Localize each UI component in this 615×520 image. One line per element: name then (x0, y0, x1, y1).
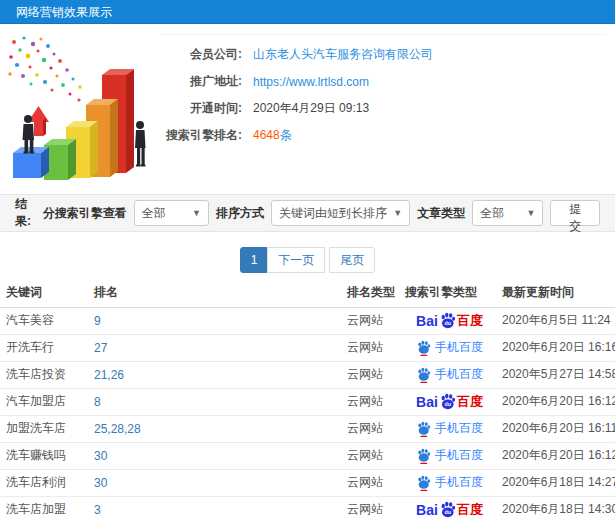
table-row: 洗车店加盟 3 云网站 Bai du 百度 (0, 496, 615, 520)
rank-type-cell: 云网站 (343, 496, 401, 520)
rank-type-cell: 云网站 (343, 334, 401, 361)
article-type-select-value: 全部 (480, 205, 520, 222)
engine-filter-label: 分搜索引擎查看 (43, 205, 127, 222)
updated-cell: 2020年6月5日 11:24 (498, 307, 615, 334)
engine-select-value: 全部 (142, 205, 186, 222)
promo-url-label: 推广地址: (160, 73, 242, 90)
rank-type-cell: 云网站 (343, 415, 401, 442)
baidu-paw-icon: du (439, 312, 456, 329)
chevron-down-icon: ▼ (192, 208, 201, 218)
engine-cell: Bai du 百度 (401, 307, 498, 334)
updated-cell: 2020年6月20日 16:12 (498, 388, 615, 415)
keyword-cell: 汽车美容 (0, 307, 90, 334)
mobile-baidu-badge: 手机百度 (416, 339, 483, 356)
engine-cell: Bai du 百度 (401, 442, 498, 469)
mobile-baidu-paw-icon (416, 475, 431, 491)
updated-cell: 2020年6月20日 16:11 (498, 415, 615, 442)
rank-link[interactable]: 8 (90, 388, 343, 415)
table-row: 洗车店利润 30 云网站 Bai du 百度 (0, 469, 615, 496)
rank-link[interactable]: 25,28,28 (90, 415, 343, 442)
rank-link[interactable]: 27 (90, 334, 343, 361)
baidu-logo-bai: Bai (416, 394, 438, 410)
baidu-logo-suffix: 百度 (457, 393, 483, 411)
info-row-ranking-count: 搜索引擎排名: 4648条 (160, 122, 605, 149)
filter-bar: 结果: 分搜索引擎查看 全部 ▼ 排序方式 关键词由短到长排序 ▼ 文章类型 全… (0, 194, 615, 232)
table-body: 汽车美容 9 云网站 Bai du 百度 (0, 307, 615, 520)
page-next-button[interactable]: 下一页 (267, 247, 325, 273)
baidu-logo-bai: Bai (416, 313, 438, 329)
keyword-cell: 加盟洗车店 (0, 415, 90, 442)
engine-cell: Bai du 百度 (401, 361, 498, 388)
baidu-logo: Bai du 百度 (416, 501, 483, 519)
rank-link[interactable]: 30 (90, 469, 343, 496)
app-header: 网络营销效果展示 (0, 0, 615, 24)
sort-select-value: 关键词由短到长排序 (279, 205, 387, 222)
mobile-baidu-badge: 手机百度 (416, 420, 483, 437)
keyword-cell: 汽车加盟店 (0, 388, 90, 415)
rank-type-cell: 云网站 (343, 307, 401, 334)
baidu-logo-suffix: 百度 (457, 501, 483, 519)
ranking-count-suffix: 条 (280, 128, 292, 142)
company-label: 会员公司: (160, 46, 242, 63)
engine-cell: Bai du 百度 (401, 388, 498, 415)
keyword-cell: 洗车赚钱吗 (0, 442, 90, 469)
table-header-row: 关键词 排名 排名类型 搜索引擎类型 最新更新时间 (0, 279, 615, 307)
rank-link[interactable]: 9 (90, 307, 343, 334)
engine-select[interactable]: 全部 ▼ (134, 200, 209, 226)
info-row-url: 推广地址: https://www.lrtlsd.com (160, 68, 605, 95)
rank-link[interactable]: 3 (90, 496, 343, 520)
chevron-down-icon: ▼ (526, 208, 535, 218)
ranking-count-label: 搜索引擎排名: (160, 127, 242, 144)
updated-cell: 2020年6月18日 14:27 (498, 469, 615, 496)
mobile-baidu-label: 手机百度 (435, 339, 483, 356)
table-row: 洗车店投资 21,26 云网站 Bai du 百度 (0, 361, 615, 388)
mobile-baidu-paw-icon (416, 367, 431, 383)
promo-url-link[interactable]: https://www.lrtlsd.com (242, 75, 369, 89)
article-type-label: 文章类型 (417, 205, 465, 222)
result-label: 结果: (15, 196, 43, 230)
updated-cell: 2020年6月20日 16:16 (498, 334, 615, 361)
col-keyword: 关键词 (0, 279, 90, 307)
baidu-logo: Bai du 百度 (416, 393, 483, 411)
pagination: 1 下一页 尾页 (0, 247, 615, 273)
engine-cell: Bai du 百度 (401, 415, 498, 442)
rank-type-cell: 云网站 (343, 442, 401, 469)
col-rank-type: 排名类型 (343, 279, 401, 307)
table-row: 洗车赚钱吗 30 云网站 Bai du 百度 (0, 442, 615, 469)
rank-link[interactable]: 30 (90, 442, 343, 469)
mobile-baidu-paw-icon (416, 448, 431, 464)
mobile-baidu-paw-icon (416, 340, 431, 356)
rank-type-cell: 云网站 (343, 469, 401, 496)
rank-type-cell: 云网站 (343, 388, 401, 415)
baidu-logo: Bai du 百度 (416, 312, 483, 330)
company-link[interactable]: 山东老人头汽车服务咨询有限公司 (242, 46, 433, 63)
open-time-label: 开通时间: (160, 100, 242, 117)
info-row-company: 会员公司: 山东老人头汽车服务咨询有限公司 (160, 41, 605, 68)
mobile-baidu-badge: 手机百度 (416, 474, 483, 491)
open-time-value: 2020年4月29日 09:13 (242, 100, 369, 117)
mobile-baidu-badge: 手机百度 (416, 447, 483, 464)
rank-link[interactable]: 21,26 (90, 361, 343, 388)
mobile-baidu-label: 手机百度 (435, 420, 483, 437)
mobile-baidu-badge: 手机百度 (416, 366, 483, 383)
keyword-cell: 开洗车行 (0, 334, 90, 361)
article-type-select[interactable]: 全部 ▼ (472, 200, 543, 226)
submit-button[interactable]: 提交 (550, 200, 600, 226)
table-row: 汽车加盟店 8 云网站 Bai du 百度 (0, 388, 615, 415)
engine-cell: Bai du 百度 (401, 334, 498, 361)
sort-select[interactable]: 关键词由短到长排序 ▼ (271, 200, 410, 226)
keyword-cell: 洗车店加盟 (0, 496, 90, 520)
sort-filter-label: 排序方式 (216, 205, 264, 222)
engine-cell: Bai du 百度 (401, 496, 498, 520)
page-last-button[interactable]: 尾页 (329, 247, 375, 273)
page-current[interactable]: 1 (240, 247, 269, 273)
updated-cell: 2020年5月27日 14:58 (498, 361, 615, 388)
updated-cell: 2020年6月18日 14:30 (498, 496, 615, 520)
col-updated: 最新更新时间 (498, 279, 615, 307)
table-row: 汽车美容 9 云网站 Bai du 百度 (0, 307, 615, 334)
mobile-baidu-paw-icon (416, 421, 431, 437)
bar-chart-growth-icon (0, 30, 180, 190)
baidu-logo-bai: Bai (416, 502, 438, 518)
ranking-count-value: 4648条 (242, 127, 292, 144)
filter-group: 分搜索引擎查看 全部 ▼ 排序方式 关键词由短到长排序 ▼ 文章类型 全部 ▼ … (43, 200, 600, 226)
